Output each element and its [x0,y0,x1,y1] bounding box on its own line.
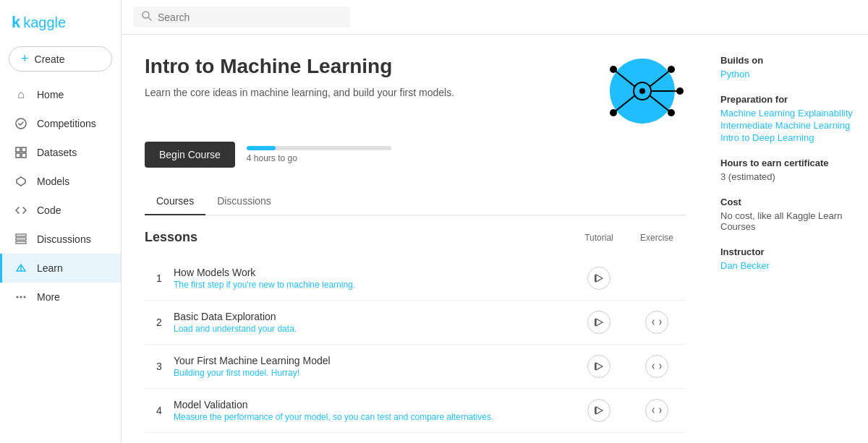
svg-rect-6 [16,234,26,236]
lesson-name: How Models Work [174,267,570,278]
main-content: Intro to Machine Learning Learn the core… [122,0,868,443]
exercise-icon-btn[interactable] [645,355,668,378]
tutorial-btn-1[interactable] [570,267,628,290]
svg-point-10 [17,296,19,298]
svg-rect-3 [16,153,20,158]
search-bar[interactable] [133,7,350,27]
svg-point-17 [639,88,645,94]
lesson-desc: Load and understand your data. [174,324,570,334]
cost-section: Cost No cost, like all Kaggle Learn Cour… [720,197,856,232]
lessons-title: Lessons [145,230,570,245]
lesson-actions [570,355,686,378]
more-icon [14,290,28,304]
kaggle-logo[interactable]: k kaggle [12,13,66,32]
sidebar-item-label: Code [37,205,61,216]
logo-area: k kaggle [0,6,121,43]
logo-k-icon: k [12,13,20,32]
exercise-btn-3[interactable] [628,355,686,378]
course-illustration [599,55,686,130]
create-button[interactable]: + Create [9,46,112,72]
tab-discussions[interactable]: Discussions [205,188,283,215]
hours-value: 3 (estimated) [720,171,856,182]
sidebar-item-learn[interactable]: Learn [0,254,121,283]
lesson-actions [570,311,686,334]
builds-on-link[interactable]: Python [720,69,856,79]
tutorial-icon-btn[interactable] [587,355,610,378]
tutorial-btn-3[interactable] [570,355,628,378]
lesson-actions [570,399,686,422]
tutorial-btn-4[interactable] [570,399,628,422]
builds-on-label: Builds on [720,55,856,66]
course-description: Learn the core ideas in machine learning… [145,85,454,100]
sidebar-item-discussions[interactable]: Discussions [0,225,121,254]
sidebar-item-label: Datasets [37,147,77,158]
exercise-icon-btn[interactable] [645,399,668,422]
svg-rect-4 [22,153,26,158]
instructor-label: Instructor [720,246,856,257]
svg-rect-29 [595,319,596,326]
svg-point-27 [676,87,684,95]
begin-course-button[interactable]: Begin Course [145,142,235,168]
search-input[interactable] [158,12,341,23]
sidebar-item-more[interactable]: More [0,283,121,311]
sidebar-item-competitions[interactable]: Competitions [0,109,121,138]
course-title: Intro to Machine Learning [145,55,454,78]
prep-for-link-1[interactable]: Machine Learning Explainability [720,108,856,119]
lessons-header: Lessons Tutorial Exercise [145,230,686,245]
lesson-info: How Models Work The first step if you're… [174,267,570,290]
logo-text: kaggle [23,14,66,31]
svg-rect-1 [16,147,20,152]
sidebar-item-label: Models [37,176,69,187]
svg-marker-5 [17,177,25,186]
col-exercise: Exercise [628,233,686,243]
lesson-name: Basic Data Exploration [174,311,570,322]
create-label: Create [35,53,65,65]
competitions-icon [14,116,28,131]
prep-for-section: Preparation for Machine Learning Explain… [720,94,856,143]
svg-rect-8 [16,241,26,244]
svg-line-14 [148,17,151,20]
sidebar-item-label: Discussions [37,233,91,245]
exercise-btn-4[interactable] [628,399,686,422]
sidebar-item-models[interactable]: Models [0,167,121,196]
content-area: Intro to Machine Learning Learn the core… [122,35,868,443]
tutorial-icon-btn[interactable] [587,311,610,334]
learn-icon [14,261,28,275]
prep-for-link-2[interactable]: Intermediate Machine Learning [720,120,856,131]
table-row: 3 Your First Machine Learning Model Buil… [145,345,686,389]
svg-point-12 [24,296,26,298]
lesson-number: 2 [145,317,174,328]
lesson-number: 3 [145,361,174,372]
sidebar-item-code[interactable]: Code [0,196,121,225]
tutorial-btn-2[interactable] [570,311,628,334]
sidebar-item-label: Home [37,89,64,100]
progress-bar [247,146,391,150]
hours-label: Hours to earn certificate [720,158,856,168]
svg-point-11 [20,296,22,298]
topbar [122,0,868,35]
svg-rect-7 [16,238,26,240]
svg-rect-30 [595,363,596,370]
table-row: 4 Model Validation Measure the performan… [145,389,686,433]
lesson-number: 4 [145,405,174,416]
exercise-icon-btn[interactable] [645,311,668,334]
exercise-btn-2[interactable] [628,311,686,334]
course-actions: Begin Course 4 hours to go [145,142,686,168]
instructor-section: Instructor Dan Becker [720,246,856,271]
svg-rect-2 [22,147,26,152]
svg-point-25 [668,109,675,116]
tabs: Courses Discussions [145,188,686,215]
tab-courses[interactable]: Courses [145,188,205,215]
datasets-icon [14,145,28,160]
svg-point-23 [610,109,617,116]
tutorial-icon-btn[interactable] [587,267,610,290]
lesson-number: 1 [145,272,174,284]
lessons-col-headers: Tutorial Exercise [570,233,686,243]
prep-for-link-3[interactable]: Intro to Deep Learning [720,132,856,143]
sidebar-item-home[interactable]: ⌂ Home [0,80,121,109]
tutorial-icon-btn[interactable] [587,399,610,422]
sidebar-item-datasets[interactable]: Datasets [0,138,121,167]
prep-for-label: Preparation for [720,94,856,105]
table-row: 1 How Models Work The first step if you'… [145,257,686,301]
instructor-link[interactable]: Dan Becker [720,260,856,271]
